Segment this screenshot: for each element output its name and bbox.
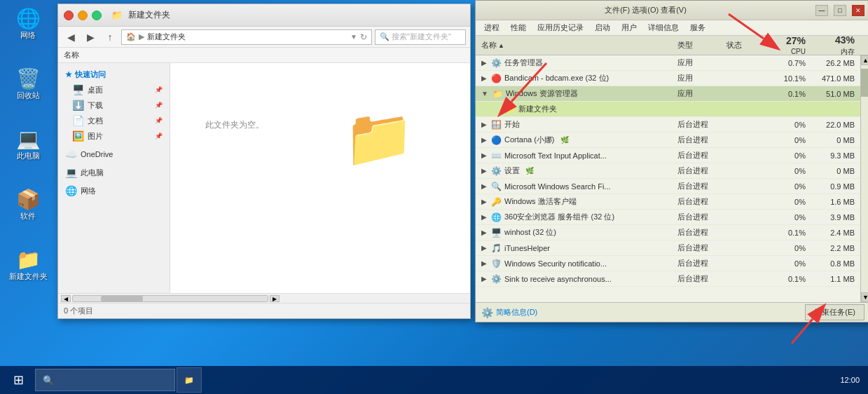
type-val: 后台进程	[677, 182, 708, 190]
sidebar-item-network[interactable]: 🌐 网络	[58, 183, 170, 198]
forward-btn[interactable]: ▶	[82, 29, 99, 45]
start-button[interactable]: ⊞	[3, 367, 34, 393]
scroll-track-vert[interactable]	[861, 65, 868, 292]
type-val: 后台进程	[677, 259, 708, 267]
col-name-tm[interactable]: 名称 ▲	[477, 40, 673, 50]
end-task-btn[interactable]: 结束任务(E)	[805, 304, 864, 320]
close-btn[interactable]	[64, 11, 74, 20]
search-box[interactable]: 🔍 搜索"新建文件夹"	[375, 29, 466, 45]
expand-icon: ▶	[481, 259, 487, 267]
time-display: 12:00	[840, 376, 860, 384]
window-title: 新建文件夹	[128, 9, 170, 21]
table-row[interactable]: ▼ 📁 Windows 资源管理器 应用 0.1% 51.0 MB	[476, 86, 860, 102]
tm-scrollbar[interactable]: ▲ ▼	[860, 55, 868, 302]
sidebar-item-downloads[interactable]: ⬇️ 下载 📌	[58, 97, 170, 113]
scroll-left-btn[interactable]: ◀	[61, 295, 71, 302]
sidebar-item-desktop[interactable]: 🖥️ 桌面 📌	[58, 82, 170, 97]
tm-menu-app-history[interactable]: 应用历史记录	[532, 21, 589, 34]
sidebar-item-docs[interactable]: 📄 文档 📌	[58, 113, 170, 128]
table-row[interactable]: ▶ ⚙️ 设置 🌿 后台进程 0% 0 MB	[476, 163, 860, 179]
cell-cpu: 0%	[771, 182, 810, 191]
mem-val: 9.3 MB	[830, 151, 855, 160]
table-row[interactable]: ▶ 🛡️ Windows Security notificatio... 后台进…	[476, 256, 860, 271]
tm-menu-startup[interactable]: 启动	[589, 21, 616, 34]
quick-access-header[interactable]: ★ 快速访问	[58, 67, 170, 82]
process-icon: 🪟	[491, 120, 502, 130]
type-val: 后台进程	[677, 274, 708, 283]
back-btn[interactable]: ◀	[62, 29, 79, 45]
table-row[interactable]: ▶ ⌨️ Microsoft Text Input Applicat... 后台…	[476, 148, 860, 163]
minimize-btn[interactable]	[78, 11, 88, 20]
tm-menu-details[interactable]: 详细信息	[642, 21, 684, 34]
address-home-icon: 🏠	[126, 32, 136, 41]
type-val: 后台进程	[677, 166, 708, 175]
address-bar[interactable]: 🏠 ▶ 新建文件夹 ▼ ↻	[121, 29, 372, 45]
scroll-track[interactable]	[72, 295, 268, 302]
desktop-icon-network[interactable]: 🌐 网络	[6, 7, 50, 41]
taskbar-btn-explorer[interactable]: 📁	[177, 367, 202, 393]
cell-mem: 2.2 MB	[810, 244, 859, 252]
maximize-btn[interactable]	[92, 11, 102, 20]
col-cpu-tm[interactable]: 27% CPU	[771, 36, 810, 55]
col-name-header[interactable]: 名称	[64, 50, 464, 60]
tm-maximize-btn[interactable]: □	[834, 5, 846, 16]
brief-info-btn[interactable]: ⚙️ 简略信息(D)	[481, 307, 537, 318]
expand-icon: ▶	[481, 244, 487, 252]
desktop-icon-computer[interactable]: 💻 此电脑	[6, 128, 50, 161]
scroll-up-btn[interactable]: ▲	[861, 55, 868, 65]
tm-menu-performance[interactable]: 性能	[505, 21, 532, 34]
address-dropdown[interactable]: ▼	[350, 33, 357, 41]
sidebar-item-pictures[interactable]: 🖼️ 图片 📌	[58, 128, 170, 144]
table-row[interactable]: ▶ 🔍 Microsoft Windows Search Fi... 后台进程 …	[476, 179, 860, 194]
col-status-tm[interactable]: 状态	[722, 40, 771, 50]
tm-minimize-btn[interactable]: —	[815, 5, 828, 16]
taskbar: ⊞ 🔍 📁 12:00	[0, 366, 868, 394]
table-row[interactable]: ▶ 🔵 Cortana (小娜) 🌿 后台进程 0% 0 MB	[476, 133, 860, 148]
cell-type: 应用	[673, 88, 722, 99]
table-row[interactable]: ▶ 🔴 Bandicam - bdcam.exe (32 位) 应用 10.1%…	[476, 71, 860, 86]
tm-close-btn[interactable]: ✕	[852, 5, 864, 16]
cell-cpu: 0.1%	[771, 229, 810, 237]
table-row[interactable]: ▶ 🪟 开始 后台进程 0% 22.0 MB	[476, 117, 860, 133]
sidebar-item-onedrive[interactable]: ☁️ OneDrive	[58, 147, 170, 162]
type-val: 应用	[677, 89, 693, 97]
refresh-icon[interactable]: ↻	[360, 32, 367, 42]
scroll-right-btn[interactable]: ▶	[270, 295, 280, 302]
desktop-icon-new-folder[interactable]: 📁 新建文件夹	[6, 248, 50, 282]
up-btn[interactable]: ↑	[102, 29, 118, 45]
table-row[interactable]: 📁 新建文件夹	[476, 102, 860, 117]
cell-type: 后台进程	[673, 135, 722, 145]
tm-menu-services[interactable]: 服务	[684, 21, 711, 34]
search-taskbar[interactable]: 🔍	[35, 369, 175, 391]
table-row[interactable]: ▶ 🖥️ winhost (32 位) 后台进程 0.1% 2.4 MB	[476, 225, 860, 240]
cell-mem: 22.0 MB	[810, 121, 859, 129]
recycle-icon: 🗑️	[16, 67, 41, 90]
table-row[interactable]: ▶ 🎵 iTunesHelper 后台进程 0% 2.2 MB	[476, 240, 860, 256]
process-name: 新建文件夹	[518, 104, 557, 114]
table-row[interactable]: ▶ 🌐 360安全浏览器 服务组件 (32 位) 后台进程 0% 3.9 MB	[476, 210, 860, 225]
cpu-val: 0%	[794, 121, 806, 129]
mem-val: 2.2 MB	[830, 244, 855, 252]
scroll-down-btn[interactable]: ▼	[861, 292, 868, 302]
tm-title: 文件(F) 选项(O) 查看(V)	[481, 5, 810, 15]
cpu-usage-pct: 27%	[786, 35, 806, 46]
tm-menu-processes[interactable]: 进程	[478, 21, 505, 34]
table-row[interactable]: ▶ ⚙️ 任务管理器 应用 0.7% 26.2 MB	[476, 55, 860, 71]
process-name: 360安全浏览器 服务组件 (32 位)	[504, 212, 614, 222]
quick-access-section: ★ 快速访问 🖥️ 桌面 📌 ⬇️ 下载 📌 📄 文档 📌	[58, 67, 170, 144]
table-row[interactable]: ▶ ⚙️ Sink to receive asynchronous... 后台进…	[476, 271, 860, 287]
downloads-icon: ⬇️	[72, 100, 84, 111]
table-row[interactable]: ▶ 🔑 Windows 激活客户端 后台进程 0% 1.6 MB	[476, 194, 860, 210]
mem-val: 0 MB	[836, 167, 855, 175]
onedrive-label: OneDrive	[81, 150, 113, 158]
sidebar-item-this-computer[interactable]: 💻 此电脑	[58, 165, 170, 180]
desktop-icon-recycle[interactable]: 🗑️ 回收站	[6, 67, 50, 101]
process-name: Windows Security notificatio...	[504, 259, 607, 268]
mem-val: 1.1 MB	[830, 275, 855, 283]
col-type-tm[interactable]: 类型	[673, 40, 722, 50]
horizontal-scrollbar[interactable]: ◀ ▶	[58, 293, 470, 303]
col-mem-tm[interactable]: 43% 内存	[810, 36, 859, 55]
expand-icon: ▶	[481, 121, 487, 128]
desktop-icon-software[interactable]: 📦 软件	[6, 188, 50, 222]
tm-menu-users[interactable]: 用户	[616, 21, 642, 34]
